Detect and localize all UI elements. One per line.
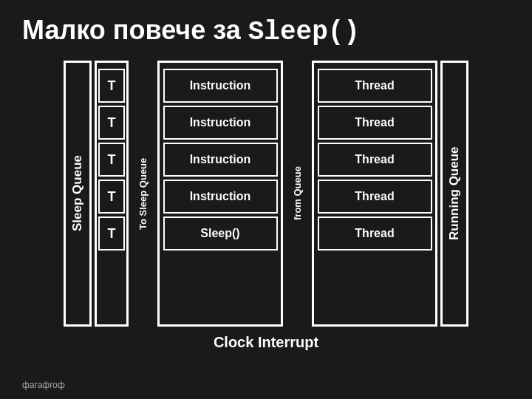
thread-block-5: Thread xyxy=(318,216,432,250)
running-queue-label: Running Queue xyxy=(440,61,468,327)
thread-block-1: Thread xyxy=(318,69,432,103)
clock-interrupt-arrow xyxy=(22,297,510,341)
thread-column: Thread Thread Thread Thread Thread xyxy=(312,61,437,327)
instruction-block-2: Instruction xyxy=(163,106,278,140)
t-block-5: T xyxy=(98,216,125,250)
thread-block-2: Thread xyxy=(318,106,432,140)
instruction-column: Instruction Instruction Instruction Inst… xyxy=(157,61,283,327)
slide: Малко повече за Sleep() Sleep Queue T T … xyxy=(0,0,532,399)
instruction-block-1: Instruction xyxy=(163,69,278,103)
from-queue-label: from Queue xyxy=(289,61,306,327)
sleep-block: Sleep() xyxy=(163,216,278,250)
slide-title: Малко повече за Sleep() xyxy=(22,15,510,47)
t-column: T T T T T xyxy=(95,61,129,327)
title-code: Sleep() xyxy=(248,17,360,47)
footer-text: фагафгоф xyxy=(22,380,65,390)
main-diagram: Sleep Queue T T T T T To Sleep Queue Ins… xyxy=(22,61,510,327)
t-block-1: T xyxy=(98,69,125,103)
thread-block-4: Thread xyxy=(318,180,432,214)
t-block-2: T xyxy=(98,106,125,140)
t-block-4: T xyxy=(98,180,125,214)
to-sleep-queue-label: To Sleep Queue xyxy=(134,61,151,327)
instruction-block-3: Instruction xyxy=(163,143,278,177)
thread-block-3: Thread xyxy=(318,143,432,177)
sleep-queue-label: Sleep Queue xyxy=(64,61,92,327)
t-block-3: T xyxy=(98,143,125,177)
title-prefix: Малко повече за xyxy=(22,15,248,45)
instruction-block-4: Instruction xyxy=(163,180,278,214)
